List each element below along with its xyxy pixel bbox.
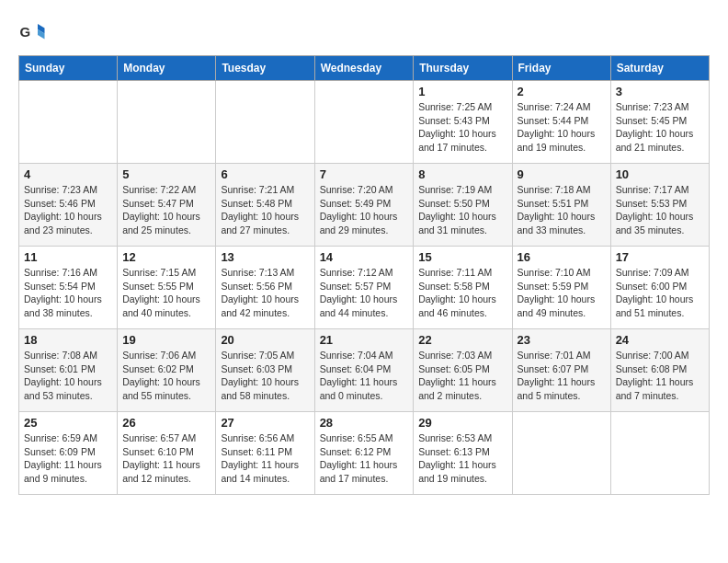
weekday-header-thursday: Thursday [414, 56, 512, 81]
calendar-cell: 25Sunrise: 6:59 AMSunset: 6:09 PMDayligh… [19, 412, 118, 495]
week-row-5: 25Sunrise: 6:59 AMSunset: 6:09 PMDayligh… [19, 412, 710, 495]
calendar-cell [610, 412, 709, 495]
day-info: Sunrise: 7:21 AMSunset: 5:48 PMDaylight:… [221, 183, 309, 237]
day-number: 5 [122, 167, 210, 181]
day-info: Sunrise: 7:00 AMSunset: 6:08 PMDaylight:… [616, 349, 704, 403]
day-number: 7 [320, 167, 409, 181]
day-info: Sunrise: 7:18 AMSunset: 5:51 PMDaylight:… [518, 183, 606, 237]
calendar-cell: 18Sunrise: 7:08 AMSunset: 6:01 PMDayligh… [19, 329, 118, 412]
calendar-cell [512, 412, 610, 495]
calendar-cell: 17Sunrise: 7:09 AMSunset: 6:00 PMDayligh… [610, 247, 709, 329]
day-number: 27 [221, 416, 309, 430]
calendar-cell: 10Sunrise: 7:17 AMSunset: 5:53 PMDayligh… [610, 164, 709, 247]
calendar-cell [314, 81, 414, 164]
week-row-4: 18Sunrise: 7:08 AMSunset: 6:01 PMDayligh… [19, 329, 710, 412]
day-info: Sunrise: 7:03 AMSunset: 6:05 PMDaylight:… [418, 349, 506, 403]
day-number: 14 [320, 250, 409, 264]
page-header: G [18, 18, 710, 46]
calendar-cell: 4Sunrise: 7:23 AMSunset: 5:46 PMDaylight… [19, 164, 118, 247]
calendar-table: SundayMondayTuesdayWednesdayThursdayFrid… [18, 55, 710, 495]
day-info: Sunrise: 7:19 AMSunset: 5:50 PMDaylight:… [418, 183, 506, 237]
calendar-cell: 26Sunrise: 6:57 AMSunset: 6:10 PMDayligh… [118, 412, 216, 495]
day-number: 22 [418, 333, 506, 347]
week-row-2: 4Sunrise: 7:23 AMSunset: 5:46 PMDaylight… [19, 164, 710, 247]
day-number: 15 [418, 250, 506, 264]
day-number: 3 [616, 85, 704, 98]
day-info: Sunrise: 7:23 AMSunset: 5:46 PMDaylight:… [24, 183, 112, 237]
day-info: Sunrise: 7:12 AMSunset: 5:57 PMDaylight:… [320, 266, 409, 320]
day-info: Sunrise: 7:10 AMSunset: 5:59 PMDaylight:… [518, 266, 606, 320]
week-row-1: 1Sunrise: 7:25 AMSunset: 5:43 PMDaylight… [19, 81, 710, 164]
day-number: 20 [221, 333, 309, 347]
day-info: Sunrise: 7:08 AMSunset: 6:01 PMDaylight:… [24, 349, 112, 403]
day-info: Sunrise: 7:24 AMSunset: 5:44 PMDaylight:… [518, 100, 606, 155]
day-number: 25 [24, 416, 112, 430]
calendar-cell [216, 81, 314, 164]
day-number: 17 [616, 250, 704, 264]
weekday-header-wednesday: Wednesday [314, 56, 414, 81]
calendar-cell: 2Sunrise: 7:24 AMSunset: 5:44 PMDaylight… [512, 81, 610, 164]
day-info: Sunrise: 7:16 AMSunset: 5:54 PMDaylight:… [24, 266, 112, 320]
day-info: Sunrise: 7:05 AMSunset: 6:03 PMDaylight:… [221, 349, 309, 403]
calendar-cell: 29Sunrise: 6:53 AMSunset: 6:13 PMDayligh… [414, 412, 512, 495]
logo-icon: G [18, 18, 46, 46]
day-info: Sunrise: 7:01 AMSunset: 6:07 PMDaylight:… [518, 349, 606, 403]
calendar-cell [118, 81, 216, 164]
calendar-cell: 21Sunrise: 7:04 AMSunset: 6:04 PMDayligh… [314, 329, 414, 412]
day-number: 10 [616, 167, 704, 181]
week-row-3: 11Sunrise: 7:16 AMSunset: 5:54 PMDayligh… [19, 247, 710, 329]
day-info: Sunrise: 6:56 AMSunset: 6:11 PMDaylight:… [221, 431, 309, 486]
day-number: 23 [518, 333, 606, 347]
day-number: 9 [518, 167, 606, 181]
logo: G [18, 18, 50, 46]
day-info: Sunrise: 7:15 AMSunset: 5:55 PMDaylight:… [122, 266, 210, 320]
day-info: Sunrise: 7:23 AMSunset: 5:45 PMDaylight:… [616, 100, 704, 155]
weekday-header-friday: Friday [512, 56, 610, 81]
day-number: 29 [418, 416, 506, 430]
day-number: 28 [320, 416, 409, 430]
calendar-cell: 12Sunrise: 7:15 AMSunset: 5:55 PMDayligh… [118, 247, 216, 329]
calendar-cell: 22Sunrise: 7:03 AMSunset: 6:05 PMDayligh… [414, 329, 512, 412]
day-info: Sunrise: 7:09 AMSunset: 6:00 PMDaylight:… [616, 266, 704, 320]
weekday-header-saturday: Saturday [610, 56, 709, 81]
day-info: Sunrise: 7:11 AMSunset: 5:58 PMDaylight:… [418, 266, 506, 320]
calendar-cell: 9Sunrise: 7:18 AMSunset: 5:51 PMDaylight… [512, 164, 610, 247]
day-info: Sunrise: 6:55 AMSunset: 6:12 PMDaylight:… [320, 431, 409, 486]
calendar-cell: 3Sunrise: 7:23 AMSunset: 5:45 PMDaylight… [610, 81, 709, 164]
calendar-cell: 7Sunrise: 7:20 AMSunset: 5:49 PMDaylight… [314, 164, 414, 247]
calendar-cell: 11Sunrise: 7:16 AMSunset: 5:54 PMDayligh… [19, 247, 118, 329]
calendar-cell: 23Sunrise: 7:01 AMSunset: 6:07 PMDayligh… [512, 329, 610, 412]
day-info: Sunrise: 6:59 AMSunset: 6:09 PMDaylight:… [24, 431, 112, 486]
weekday-header-sunday: Sunday [19, 56, 118, 81]
day-number: 4 [24, 167, 112, 181]
calendar-cell: 14Sunrise: 7:12 AMSunset: 5:57 PMDayligh… [314, 247, 414, 329]
calendar-cell: 24Sunrise: 7:00 AMSunset: 6:08 PMDayligh… [610, 329, 709, 412]
day-number: 19 [122, 333, 210, 347]
day-info: Sunrise: 6:57 AMSunset: 6:10 PMDaylight:… [122, 431, 210, 486]
calendar-cell: 16Sunrise: 7:10 AMSunset: 5:59 PMDayligh… [512, 247, 610, 329]
day-info: Sunrise: 6:53 AMSunset: 6:13 PMDaylight:… [418, 431, 506, 486]
day-info: Sunrise: 7:20 AMSunset: 5:49 PMDaylight:… [320, 183, 409, 237]
day-info: Sunrise: 7:13 AMSunset: 5:56 PMDaylight:… [221, 266, 309, 320]
day-number: 8 [418, 167, 506, 181]
weekday-header-tuesday: Tuesday [216, 56, 314, 81]
weekday-header-row: SundayMondayTuesdayWednesdayThursdayFrid… [19, 56, 710, 81]
day-info: Sunrise: 7:22 AMSunset: 5:47 PMDaylight:… [122, 183, 210, 237]
calendar-cell: 15Sunrise: 7:11 AMSunset: 5:58 PMDayligh… [414, 247, 512, 329]
calendar-cell: 20Sunrise: 7:05 AMSunset: 6:03 PMDayligh… [216, 329, 314, 412]
calendar-cell: 13Sunrise: 7:13 AMSunset: 5:56 PMDayligh… [216, 247, 314, 329]
day-info: Sunrise: 7:04 AMSunset: 6:04 PMDaylight:… [320, 349, 409, 403]
day-number: 12 [122, 250, 210, 264]
calendar-cell: 28Sunrise: 6:55 AMSunset: 6:12 PMDayligh… [314, 412, 414, 495]
day-number: 2 [518, 85, 606, 98]
day-number: 1 [418, 85, 506, 98]
calendar-cell: 19Sunrise: 7:06 AMSunset: 6:02 PMDayligh… [118, 329, 216, 412]
calendar-cell: 1Sunrise: 7:25 AMSunset: 5:43 PMDaylight… [414, 81, 512, 164]
calendar-cell [19, 81, 118, 164]
day-number: 21 [320, 333, 409, 347]
calendar-cell: 5Sunrise: 7:22 AMSunset: 5:47 PMDaylight… [118, 164, 216, 247]
day-number: 26 [122, 416, 210, 430]
day-number: 6 [221, 167, 309, 181]
day-number: 11 [24, 250, 112, 264]
day-number: 18 [24, 333, 112, 347]
